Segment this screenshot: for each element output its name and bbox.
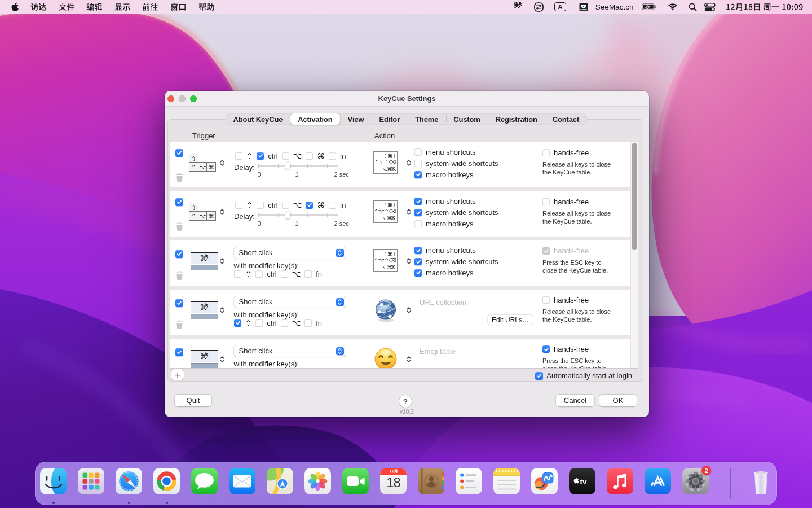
menu-item-help[interactable] <box>198 0 215 14</box>
battery-charging-icon[interactable] <box>642 3 656 10</box>
row-2-system-wide-shortcuts-checkbox[interactable] <box>414 209 422 216</box>
row-3-mod-shift-checkbox[interactable] <box>234 270 241 278</box>
row-3-shortcut-table-action-icon[interactable]: ⇧⌘T⌃⌥⇧⌫⌥⌘K <box>373 249 398 272</box>
input-source-badge[interactable]: A <box>554 2 566 11</box>
row-1-hands-free-checkbox[interactable] <box>542 149 550 156</box>
dock-item-safari[interactable] <box>116 468 142 494</box>
row-2-hands-free-checkbox[interactable] <box>542 198 550 205</box>
row-1-action-stepper[interactable] <box>407 160 411 166</box>
menu-item-window[interactable] <box>170 0 187 14</box>
control-center-icon[interactable] <box>704 3 716 11</box>
row-5-trigger-stepper[interactable] <box>220 356 224 362</box>
row-3-menubar-click-trigger-icon[interactable]: ⌘ <box>191 252 218 270</box>
row-1-delay-slider-thumb[interactable] <box>285 162 290 170</box>
row-3-macro-hotkeys-checkbox[interactable] <box>414 269 422 277</box>
tab-contact[interactable]: Contact <box>545 113 586 125</box>
tab-editor[interactable]: Editor <box>372 113 408 125</box>
ok-button[interactable]: OK <box>599 395 637 406</box>
row-2-action-stepper[interactable] <box>407 209 411 215</box>
add-trigger-button[interactable]: + <box>171 369 184 380</box>
row-2-hotkey-trigger-icon[interactable]: ⇧⌃⌥⌘ <box>189 203 217 221</box>
row-2-trigger-stepper[interactable] <box>220 209 224 215</box>
tab-registration[interactable]: Registration <box>488 113 545 125</box>
row-4-trigger-popup[interactable]: Short click <box>234 296 346 308</box>
row-3-menu-shortcuts-checkbox[interactable] <box>414 247 422 254</box>
row-4-mod-option-checkbox[interactable] <box>281 319 288 327</box>
row-4-enable-checkbox[interactable] <box>175 299 183 307</box>
wifi-icon[interactable] <box>668 3 678 11</box>
menu-item-finder[interactable] <box>30 0 47 14</box>
row-2-delete-icon[interactable] <box>175 222 184 231</box>
row-2-delay-slider[interactable]: 012 sec <box>258 207 338 222</box>
menu-item-file[interactable] <box>59 0 75 14</box>
dock-item-system-settings[interactable]: 2 <box>682 468 709 494</box>
row-3-trigger-stepper[interactable] <box>220 258 224 264</box>
row-2-enable-checkbox[interactable] <box>175 198 183 206</box>
row-5-menubar-click-trigger-icon[interactable]: ⌘ <box>191 350 218 369</box>
row-1-enable-checkbox[interactable] <box>175 149 183 157</box>
dock-item-maps[interactable] <box>267 468 293 494</box>
autostart-checkbox[interactable] <box>535 372 543 380</box>
row-1-trigger-stepper[interactable] <box>220 160 224 166</box>
row-1-delay-slider[interactable]: 012 sec <box>258 158 338 173</box>
row-1-delete-icon[interactable] <box>175 173 184 182</box>
dock-item-calendar[interactable]: 18 <box>380 468 407 494</box>
row-3-enable-checkbox[interactable] <box>175 250 183 258</box>
row-3-mod-ctrl-checkbox[interactable] <box>255 270 263 278</box>
row-4-mod-ctrl-checkbox[interactable] <box>255 319 263 327</box>
tab-activation[interactable]: Activation <box>290 113 340 125</box>
row-2-delay-slider-thumb[interactable] <box>285 211 290 219</box>
dock-item-chrome[interactable] <box>153 468 180 494</box>
menu-item-go[interactable] <box>142 0 158 14</box>
dock-item-contacts[interactable] <box>418 468 444 494</box>
row-3-mod-option-checkbox[interactable] <box>281 270 288 278</box>
row-5-enable-checkbox[interactable] <box>175 348 183 356</box>
row-4-mod-shift-checkbox[interactable] <box>234 319 241 327</box>
row-4-globe-icon[interactable] <box>374 299 397 322</box>
dock-item-trash[interactable] <box>748 468 774 494</box>
row-4-trigger-stepper[interactable] <box>220 307 224 313</box>
scrollbar-track[interactable] <box>630 142 638 368</box>
row-1-macro-hotkeys-checkbox[interactable] <box>414 171 422 178</box>
dock-item-reminders[interactable] <box>456 468 482 494</box>
row-5-action-stepper[interactable] <box>407 356 411 362</box>
row-3-delete-icon[interactable] <box>175 271 184 280</box>
tab-about-keycue[interactable]: About KeyCue <box>226 113 290 125</box>
row-1-menu-shortcuts-checkbox[interactable] <box>414 148 422 156</box>
row-2-shortcut-table-action-icon[interactable]: ⇧⌘T⌃⌥⇧⌫⌥⌘K <box>373 200 398 223</box>
dock-item-notes[interactable] <box>493 468 520 494</box>
row-3-trigger-popup[interactable]: Short click <box>234 247 346 259</box>
dock-item-apple-tv[interactable]: tv <box>569 468 595 494</box>
dock-item-mail[interactable] <box>229 468 255 494</box>
row-2-macro-hotkeys-checkbox[interactable] <box>414 220 422 227</box>
row-1-mod-shift-checkbox[interactable] <box>235 152 242 160</box>
scrollbar-thumb[interactable] <box>632 143 637 250</box>
keycue-menu-icon[interactable]: ⌘ <box>513 1 523 13</box>
tab-theme[interactable]: Theme <box>408 113 446 125</box>
dock-item-messages[interactable] <box>191 468 218 494</box>
disk-utility-icon[interactable] <box>579 3 588 11</box>
row-1-shortcut-table-action-icon[interactable]: ⇧⌘T⌃⌥⇧⌫⌥⌘K <box>373 151 398 174</box>
tab-view[interactable]: View <box>340 113 372 125</box>
row-3-action-stepper[interactable] <box>407 258 411 264</box>
row-5-hands-free-checkbox[interactable] <box>542 345 550 353</box>
row-5-emoji-icon[interactable] <box>374 348 397 369</box>
row-4-edit-urls-button[interactable]: Edit URLs… <box>488 315 533 325</box>
row-3-mod-fn-checkbox[interactable] <box>304 270 312 278</box>
preferences-sliders-icon[interactable] <box>534 2 544 12</box>
row-4-delete-icon[interactable] <box>175 320 184 329</box>
menu-item-edit[interactable] <box>86 0 103 14</box>
menu-item-view[interactable] <box>114 0 131 14</box>
tab-custom[interactable]: Custom <box>446 113 488 125</box>
row-4-action-stepper[interactable] <box>407 307 411 313</box>
spotlight-search-icon[interactable] <box>689 3 697 11</box>
help-button[interactable]: ? <box>399 395 412 408</box>
window-titlebar[interactable]: KeyCue Settings <box>165 91 649 107</box>
dock-item-music[interactable] <box>607 468 633 494</box>
row-4-hands-free-checkbox[interactable] <box>542 296 550 304</box>
row-3-hands-free-checkbox[interactable] <box>542 247 550 255</box>
dock-item-facetime[interactable] <box>342 468 369 494</box>
quit-button[interactable]: Quit <box>175 395 211 406</box>
dock-item-photos[interactable] <box>304 468 331 494</box>
row-2-mod-shift-checkbox[interactable] <box>235 202 242 209</box>
